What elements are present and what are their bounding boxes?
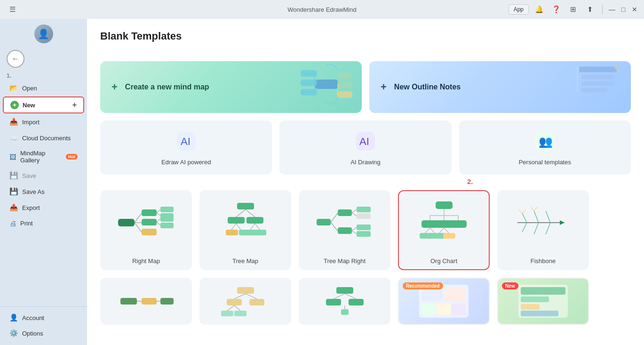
help-icon[interactable]: ❓ (549, 3, 563, 16)
svg-line-93 (519, 210, 522, 213)
svg-rect-76 (450, 220, 467, 228)
step-1-label: 1. (0, 71, 87, 80)
medium-cards-row: AI Edraw AI powered AI AI Drawing (100, 120, 631, 175)
svg-rect-68 (436, 201, 453, 209)
svg-line-91 (534, 223, 539, 234)
sidebar-item-account[interactable]: 👤 Account (3, 310, 84, 325)
svg-rect-63 (357, 213, 371, 219)
maximize-button[interactable]: □ (620, 6, 627, 13)
bell-icon[interactable]: 🔔 (533, 3, 546, 16)
svg-rect-120 (445, 288, 466, 301)
create-mindmap-card[interactable]: + Create a new mind map (100, 61, 362, 113)
svg-text:AI: AI (359, 136, 369, 147)
svg-rect-84 (443, 233, 455, 239)
right-map-card[interactable]: Right Map (100, 190, 192, 270)
svg-text:AI: AI (181, 136, 191, 147)
menu-icon[interactable]: ☰ (6, 3, 19, 16)
avatar[interactable]: 👤 (34, 24, 53, 43)
sidebar-item-saveas[interactable]: 💾 Save As (3, 184, 84, 199)
svg-rect-98 (142, 298, 157, 305)
new-template-card[interactable]: New (497, 278, 589, 325)
sidebar-saveas-label: Save As (22, 188, 45, 195)
gallery-icon: 🖼 (9, 153, 16, 161)
svg-line-95 (531, 207, 534, 211)
grid-icon[interactable]: ⊞ (566, 3, 580, 16)
tree-map-diagram (200, 191, 290, 254)
svg-rect-27 (118, 219, 135, 226)
ai-drawing-label: AI Drawing (350, 159, 381, 166)
svg-line-105 (234, 294, 246, 299)
partial-card-1[interactable] (100, 278, 192, 325)
svg-rect-62 (357, 207, 371, 212)
svg-rect-128 (521, 311, 558, 316)
create-mindmap-label: Create a new mind map (125, 83, 209, 91)
tree-map-card[interactable]: Tree Map (199, 190, 291, 270)
svg-rect-59 (338, 227, 352, 234)
svg-rect-10 (337, 82, 352, 88)
sidebar-item-options[interactable]: ⚙️ Options (3, 326, 84, 341)
fishbone-card[interactable]: Fishbone (497, 190, 589, 270)
sidebar-export-label: Export (22, 204, 40, 211)
sidebar-item-cloud[interactable]: ☁️ Cloud Documents (3, 130, 84, 145)
outline-illustration: ✦ (574, 64, 621, 110)
org-chart-card[interactable]: Org Chart (398, 190, 490, 270)
svg-line-43 (236, 209, 246, 217)
sidebar-cloud-label: Cloud Documents (22, 135, 71, 142)
step-2-number: 2. (467, 177, 473, 185)
personal-templates-card[interactable]: 👥 Personal templates (459, 120, 631, 175)
new-outline-card[interactable]: + New Outline Notes ✦ (369, 61, 631, 113)
sidebar-bottom: 👤 Account ⚙️ Options (0, 306, 87, 341)
close-button[interactable]: ✕ (631, 6, 638, 13)
svg-rect-107 (221, 311, 233, 316)
share-icon[interactable]: ⬆ (583, 3, 596, 16)
right-map-diagram (101, 191, 191, 254)
sidebar-gallery-label: MindMap Gallery (20, 150, 62, 164)
back-icon: ← (12, 55, 19, 63)
saveas-icon: 💾 (9, 187, 18, 196)
svg-rect-46 (246, 217, 263, 224)
svg-rect-116 (341, 309, 349, 315)
tree-map-right-label: Tree Map Right (324, 257, 366, 269)
fishbone-diagram (498, 191, 588, 254)
tree-map-right-card[interactable]: Tree Map Right (299, 190, 390, 270)
svg-line-47 (231, 224, 236, 230)
new-badge: New (502, 282, 518, 289)
svg-rect-45 (228, 217, 245, 224)
partial-cards-row: Recommended New (100, 278, 631, 325)
partial-card-3[interactable] (299, 278, 390, 325)
edraw-ai-label: Edraw AI powered (161, 159, 211, 166)
svg-line-115 (345, 294, 356, 299)
svg-rect-66 (357, 225, 371, 230)
app-button[interactable]: App (509, 4, 529, 15)
sidebar-item-new[interactable]: + New + (3, 96, 84, 113)
svg-rect-111 (336, 287, 353, 294)
title-controls: App 🔔 ❓ ⊞ ⬆ — □ ✕ (509, 3, 638, 16)
sidebar-item-open[interactable]: 📂 Open (3, 80, 84, 96)
hot-badge: Hot (66, 154, 78, 160)
large-cards-row: + Create a new mind map (100, 61, 631, 113)
svg-line-87 (522, 213, 527, 223)
partial-card-2[interactable] (199, 278, 291, 325)
export-icon: 📤 (9, 203, 18, 212)
sidebar-item-print[interactable]: 🖨 Print (3, 216, 84, 231)
print-icon: 🖨 (9, 219, 16, 227)
svg-rect-127 (521, 304, 540, 310)
sidebar-item-gallery[interactable]: 🖼 MindMap Gallery Hot (3, 146, 84, 167)
sidebar-item-save[interactable]: 💾 Save (3, 168, 84, 183)
svg-text:✦: ✦ (613, 64, 619, 72)
back-button[interactable]: ← (7, 50, 24, 68)
svg-text:👥: 👥 (539, 135, 553, 148)
ai-drawing-card[interactable]: AI AI Drawing (279, 120, 451, 175)
minimize-button[interactable]: — (608, 6, 616, 13)
edraw-ai-card[interactable]: AI Edraw AI powered (100, 120, 272, 175)
partial-diagram-3 (300, 279, 390, 324)
save-icon: 💾 (9, 171, 18, 180)
svg-rect-19 (577, 67, 578, 93)
svg-rect-119 (421, 288, 443, 301)
recommended-badge: Recommended (403, 282, 443, 289)
svg-line-94 (522, 210, 526, 213)
svg-rect-126 (521, 297, 549, 302)
sidebar-item-export[interactable]: 📤 Export (3, 200, 84, 215)
sidebar-item-import[interactable]: 📥 Import (3, 114, 84, 129)
recommended-card[interactable]: Recommended (398, 278, 490, 325)
